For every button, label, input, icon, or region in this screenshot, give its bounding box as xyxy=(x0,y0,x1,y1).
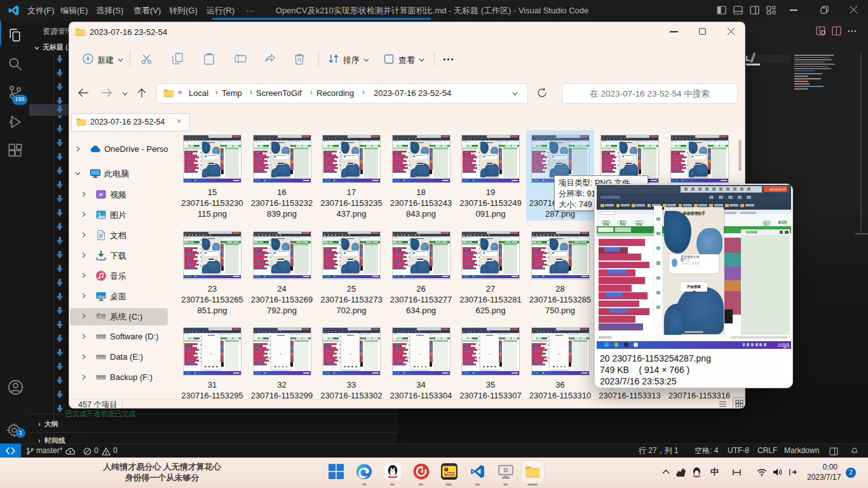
svg-text:Player: Player xyxy=(445,472,454,475)
